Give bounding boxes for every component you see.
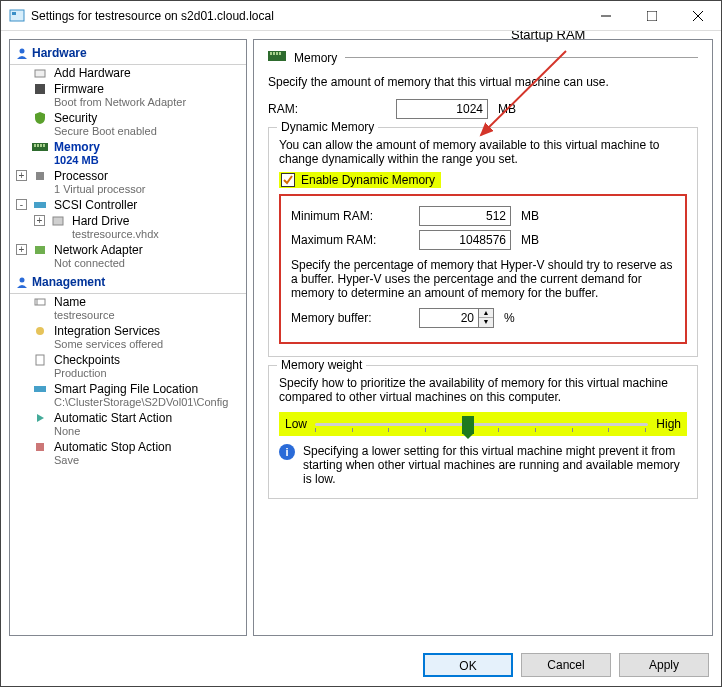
- svg-rect-13: [40, 144, 42, 147]
- nav-security[interactable]: Security Secure Boot enabled: [10, 110, 246, 139]
- nav-hard-drive[interactable]: + Hard Drive testresource.vhdx: [10, 213, 246, 242]
- memory-weight-group: Memory weight Specify how to prioritize …: [268, 365, 698, 499]
- weight-slider[interactable]: [315, 414, 648, 434]
- dialog-footer: OK Cancel Apply: [1, 644, 721, 686]
- nav-integration[interactable]: Integration Services Some services offer…: [10, 323, 246, 352]
- max-ram-label: Maximum RAM:: [291, 233, 411, 247]
- minimize-button[interactable]: [583, 1, 629, 31]
- weight-desc: Specify how to prioritize the availabili…: [279, 376, 687, 404]
- svg-marker-25: [37, 414, 44, 422]
- nav-processor[interactable]: + Processor 1 Virtual processor: [10, 168, 246, 197]
- svg-rect-23: [36, 355, 44, 365]
- weight-high-label: High: [656, 417, 681, 431]
- expander-icon[interactable]: +: [34, 215, 45, 226]
- expander-icon[interactable]: -: [16, 199, 27, 210]
- info-icon: i: [279, 444, 295, 460]
- app-icon: [9, 8, 25, 24]
- buffer-desc: Specify the percentage of memory that Hy…: [291, 258, 675, 300]
- svg-rect-11: [34, 144, 36, 147]
- nav-tree[interactable]: Hardware Add Hardware Firmware Boot from…: [9, 39, 247, 636]
- memory-icon: [268, 50, 286, 65]
- person-icon: [16, 276, 28, 288]
- memory-icon: [32, 140, 48, 154]
- start-action-icon: [32, 411, 48, 425]
- stop-action-icon: [32, 440, 48, 454]
- svg-rect-12: [37, 144, 39, 147]
- group-title: Memory weight: [277, 358, 366, 372]
- min-ram-label: Minimum RAM:: [291, 209, 411, 223]
- apply-button[interactable]: Apply: [619, 653, 709, 677]
- nav-scsi[interactable]: - SCSI Controller: [10, 197, 246, 213]
- ok-button[interactable]: OK: [423, 653, 513, 677]
- disk-icon: [50, 214, 66, 228]
- add-hardware-icon: [32, 66, 48, 80]
- svg-rect-24: [34, 386, 46, 392]
- svg-rect-1: [12, 12, 16, 15]
- nav-memory[interactable]: Memory 1024 MB: [10, 139, 246, 168]
- nav-name[interactable]: Name testresource: [10, 294, 246, 323]
- category-management: Management: [10, 271, 246, 294]
- nav-auto-stop[interactable]: Automatic Stop Action Save: [10, 439, 246, 468]
- ram-unit: MB: [498, 102, 516, 116]
- svg-rect-30: [276, 52, 278, 55]
- svg-rect-9: [35, 84, 45, 94]
- svg-rect-8: [35, 70, 45, 77]
- nav-auto-start[interactable]: Automatic Start Action None: [10, 410, 246, 439]
- controller-icon: [32, 198, 48, 212]
- nav-checkpoints[interactable]: Checkpoints Production: [10, 352, 246, 381]
- pane-desc: Specify the amount of memory that this v…: [268, 75, 698, 89]
- close-button[interactable]: [675, 1, 721, 31]
- svg-rect-28: [270, 52, 272, 55]
- expander-icon[interactable]: +: [16, 244, 27, 255]
- svg-point-22: [36, 327, 44, 335]
- svg-rect-14: [43, 144, 45, 147]
- dyn-values-highlight: Minimum RAM: MB Maximum RAM: MB Specify …: [279, 194, 687, 344]
- svg-rect-3: [647, 11, 657, 21]
- titlebar: Settings for testresource on s2d01.cloud…: [1, 1, 721, 31]
- min-ram-input[interactable]: [419, 206, 511, 226]
- svg-rect-15: [36, 172, 44, 180]
- max-ram-input[interactable]: [419, 230, 511, 250]
- maximize-button[interactable]: [629, 1, 675, 31]
- buffer-input[interactable]: [419, 308, 479, 328]
- nav-add-hardware[interactable]: Add Hardware: [10, 65, 246, 81]
- services-icon: [32, 324, 48, 338]
- ram-label: RAM:: [268, 102, 388, 116]
- svg-rect-18: [35, 246, 45, 254]
- window-title: Settings for testresource on s2d01.cloud…: [31, 9, 583, 23]
- dyn-desc: You can allow the amount of memory avail…: [279, 138, 687, 166]
- cpu-icon: [32, 169, 48, 183]
- nav-firmware[interactable]: Firmware Boot from Network Adapter: [10, 81, 246, 110]
- buffer-label: Memory buffer:: [291, 311, 411, 325]
- ram-input[interactable]: [396, 99, 488, 119]
- enable-dyn-checkbox[interactable]: [281, 173, 295, 187]
- enable-dyn-highlight: Enable Dynamic Memory: [279, 172, 441, 188]
- svg-rect-29: [273, 52, 275, 55]
- svg-rect-26: [36, 443, 44, 451]
- group-title: Dynamic Memory: [277, 120, 378, 134]
- enable-dyn-label: Enable Dynamic Memory: [301, 173, 435, 187]
- paging-icon: [32, 382, 48, 396]
- name-icon: [32, 295, 48, 309]
- expander-icon[interactable]: +: [16, 170, 27, 181]
- weight-info-text: Specifying a lower setting for this virt…: [303, 444, 687, 486]
- firmware-icon: [32, 82, 48, 96]
- buffer-spinner[interactable]: ▲▼: [479, 308, 494, 328]
- settings-window: Settings for testresource on s2d01.cloud…: [0, 0, 722, 687]
- svg-rect-17: [53, 217, 63, 225]
- category-hardware: Hardware: [10, 42, 246, 65]
- weight-low-label: Low: [285, 417, 307, 431]
- svg-point-19: [20, 278, 25, 283]
- checkpoint-icon: [32, 353, 48, 367]
- nic-icon: [32, 243, 48, 257]
- nav-smart-paging[interactable]: Smart Paging File Location C:\ClusterSto…: [10, 381, 246, 410]
- shield-icon: [32, 111, 48, 125]
- svg-rect-16: [34, 202, 46, 208]
- dynamic-memory-group: Dynamic Memory You can allow the amount …: [268, 127, 698, 357]
- svg-point-7: [20, 49, 25, 54]
- nav-network-adapter[interactable]: + Network Adapter Not connected: [10, 242, 246, 271]
- person-icon: [16, 47, 28, 59]
- svg-rect-0: [10, 10, 24, 21]
- cancel-button[interactable]: Cancel: [521, 653, 611, 677]
- slider-thumb[interactable]: [462, 416, 474, 434]
